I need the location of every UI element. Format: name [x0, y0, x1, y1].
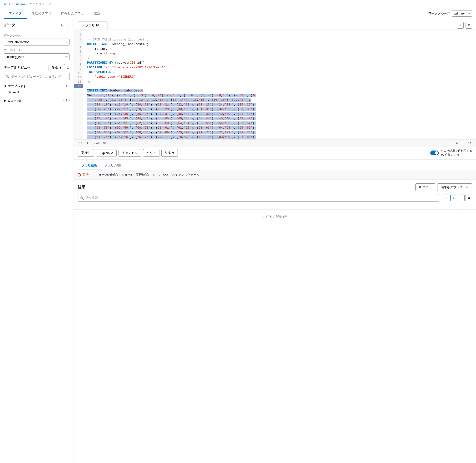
code-line-3: id int, [87, 47, 108, 51]
table-filter-search: 🔍 [4, 73, 70, 80]
table-icon: ⊞ [9, 91, 11, 94]
run-button[interactable]: 実行中 [78, 149, 94, 157]
code-line-11 [87, 84, 89, 88]
code-line-8: TBLPROPERTIES ( [87, 70, 115, 74]
clear-button[interactable]: クリア [143, 149, 159, 157]
tab-saved-queries[interactable]: 保存したクエリ [56, 8, 89, 19]
tables-actions: 作成 ▼ ⚙ [49, 64, 70, 71]
table-name[interactable]: test4 [12, 90, 19, 94]
exec-time-label: 実行時間: [136, 173, 149, 177]
chevron-right-icon[interactable]: › [69, 84, 70, 88]
collapse-sidebar-button[interactable]: ‹ [67, 23, 70, 28]
prev-page-button[interactable]: ‹ [443, 195, 449, 201]
language-indicator: SQL [78, 141, 83, 145]
copy-icon: ⧉ [419, 185, 421, 189]
row-search-input[interactable] [78, 194, 439, 202]
reuse-toggle-section: クエリ結果を再利用する 60 分前まで ✎ [430, 149, 472, 157]
code-line-7: LOCATION 's3://cm-datalake-20241026/test… [87, 66, 167, 69]
create-button-label: 作成 [164, 151, 171, 155]
tables-pagination: ‹ 1 › [63, 84, 70, 88]
results-content: 結果 ⧉ コピー 結果をダウンロード 🔍 [74, 179, 476, 207]
create-table-button[interactable]: 作成 ▼ [49, 64, 65, 71]
table-item-left: ⊞ test4 [9, 90, 19, 94]
results-tabs: クエリ結果 クエリの統計 [74, 161, 476, 170]
executing-message: ∨ クエリを実行中 [74, 209, 476, 223]
code-line-5: ) [87, 56, 89, 60]
table-filter-input[interactable] [4, 73, 70, 80]
edit-icon[interactable]: ✎ [457, 153, 459, 157]
code-editor[interactable]: 1 2 3 4 5 6 7 8 9 10 11 12 13 -- DROP TA… [74, 30, 476, 139]
tab-query-results[interactable]: クエリ結果 [78, 161, 101, 170]
code-content[interactable]: -- DROP TABLE iceberg_labo.test4; CREATE… [83, 30, 476, 139]
create-dropdown-button[interactable]: 作成 ▼ [161, 149, 178, 157]
page-number: 1 [450, 195, 457, 201]
breadcrumb-home-link[interactable]: Amazon Athena [4, 2, 26, 6]
database-select[interactable]: iceberg_labo [4, 53, 70, 60]
views-pagination: ‹ 1 › [63, 99, 70, 102]
copy-label: コピー [423, 185, 432, 189]
reuse-sublabel: 60 分前まで [441, 153, 456, 157]
tables-tree-header[interactable]: ▼ テーブル (1) ‹ 1 › [4, 83, 70, 89]
toggle-slider [430, 151, 439, 155]
query-tab-bar: ⊙ クエリ 10 ⋮ + ▼ [74, 19, 476, 30]
sidebar-title: データ ↻ ‹ [4, 23, 70, 28]
execution-status-bar: 実行中 キュー内の時間: 109 ms 実行時間: 13.122 sec スキャ… [74, 170, 476, 179]
tab-settings[interactable]: 設定 [89, 8, 105, 19]
breadcrumb-current: クエリエディタ [29, 2, 51, 6]
query-tab-dropdown-button[interactable]: ▼ [466, 22, 472, 29]
add-query-tab-button[interactable]: + [457, 22, 464, 29]
create-dropdown-icon: ▼ [59, 66, 62, 70]
sidebar: データ ↻ ‹ データソース AwsDataCatalog データベース ice… [0, 19, 74, 461]
wrap-button[interactable]: ⊡ [460, 141, 465, 145]
query-minus-icon: ⊙ [82, 24, 84, 27]
exec-time-value: 13.122 sec [153, 173, 168, 177]
refresh-button[interactable]: ↻ [60, 23, 65, 28]
table-context-menu-button[interactable]: ⋮ [64, 90, 70, 95]
views-section-label: ビュー [7, 98, 17, 103]
cancel-button[interactable]: キャンセル [119, 149, 141, 157]
editor-pane: ⊙ クエリ 10 ⋮ + ▼ 1 2 3 4 5 6 7 8 9 10 [74, 19, 476, 461]
results-panel: 実行中 キュー内の時間: 109 ms 実行時間: 13.122 sec スキャ… [74, 170, 476, 223]
views-count: (0) [17, 99, 21, 102]
chevron-left-icon[interactable]: ‹ [63, 84, 64, 88]
query-tab-10[interactable]: ⊙ クエリ 10 ⋮ [78, 21, 108, 29]
topbar: Amazon Athena › クエリエディタ [0, 0, 476, 8]
tab-query-stats[interactable]: クエリの統計 [101, 161, 127, 170]
tables-section-label: テーブル [8, 84, 20, 88]
tab-recent-queries[interactable]: 最近のクエリ [27, 8, 56, 19]
running-icon [78, 173, 81, 177]
view-chevron-right-icon[interactable]: › [69, 99, 70, 102]
workgroup-select-wrapper: primary [452, 10, 472, 17]
table-row: ⊞ test4 ⋮ [4, 89, 70, 96]
results-settings-button[interactable]: ⚙ [466, 195, 472, 201]
reuse-toggle[interactable] [430, 151, 439, 155]
workgroup-section: ワークグループ primary [428, 10, 472, 17]
datasource-select[interactable]: AwsDataCatalog [4, 39, 70, 45]
explain-button[interactable]: Explain ↗ [96, 150, 117, 156]
code-line-12: INSERT INTO iceberg_labo.test4 [87, 89, 143, 92]
reuse-toggle-label-group: クエリ結果を再利用する 60 分前まで ✎ [441, 149, 472, 157]
tables-tree-section: ▼ テーブル (1) ‹ 1 › ⊞ test4 ⋮ [4, 83, 70, 96]
query-tab-ellipsis: ⋮ [100, 24, 104, 27]
editor-settings-button[interactable]: ⚙ [467, 141, 472, 145]
queue-time-label: キュー内の時間: [95, 173, 118, 177]
triangle-icon-views: ▶ [4, 99, 6, 102]
download-results-button[interactable]: 結果をダウンロード [437, 183, 472, 191]
copy-results-button[interactable]: ⧉ コピー [415, 183, 435, 191]
results-section-title: 結果 [78, 185, 85, 190]
results-header: 結果 ⧉ コピー 結果をダウンロード [78, 183, 472, 191]
database-label: データベース [4, 48, 70, 52]
tables-settings-button[interactable]: ⚙ [66, 65, 70, 70]
next-page-button[interactable]: › [458, 195, 465, 201]
create-label: 作成 [52, 65, 58, 70]
query-tab-label: クエリ 10 [86, 23, 99, 28]
row-search-icon: 🔍 [80, 196, 84, 200]
format-button[interactable]: ≡ [455, 141, 459, 145]
workgroup-select[interactable]: primary [452, 10, 472, 17]
view-chevron-left-icon[interactable]: ‹ [63, 99, 64, 102]
tab-editor[interactable]: エディタ [4, 8, 27, 19]
views-header[interactable]: ▶ ビュー (0) ‹ 1 › [4, 98, 70, 104]
cursor-position: Ln 13, Col 1508 [87, 141, 107, 145]
queue-time-value: 109 ms [122, 173, 132, 177]
datasource-label: データソース [4, 34, 70, 38]
